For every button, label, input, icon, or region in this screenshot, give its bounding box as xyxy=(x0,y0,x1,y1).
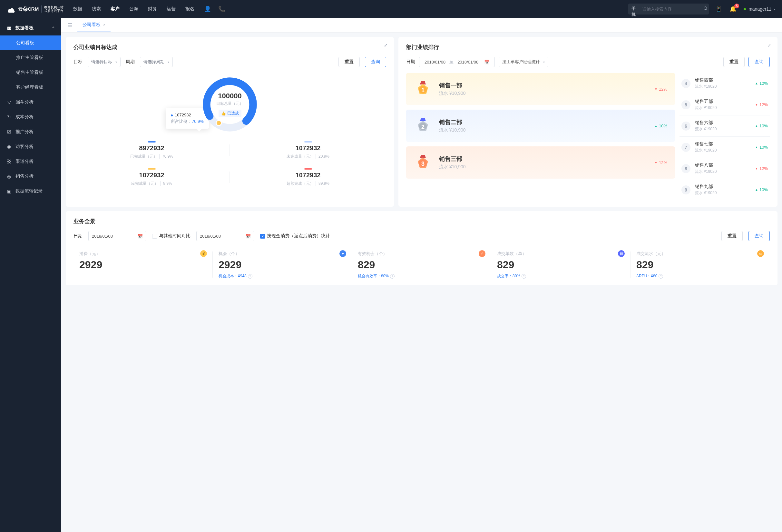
notification-badge: 5 xyxy=(734,4,739,8)
rank-amount: 流水 ¥19020 xyxy=(695,127,750,132)
sidebar-item-sales2[interactable]: ◎销售分析 xyxy=(0,169,61,184)
achieved-badge: 👍已达成 xyxy=(218,110,242,117)
sidebar-item-promo2[interactable]: ☑推广分析 xyxy=(0,125,61,139)
menu-leads[interactable]: 线索 xyxy=(92,6,101,12)
sidebar-toggle-icon[interactable]: ☰ xyxy=(66,20,74,30)
cash-stat-checkbox[interactable]: ✓按现金消费（返点后消费）统计 xyxy=(260,233,330,239)
date-input-1[interactable]: 2018/01/08📅 xyxy=(88,231,146,241)
menu-signup[interactable]: 报名 xyxy=(185,6,194,12)
date-input-2[interactable]: 2018/01/08📅 xyxy=(196,231,254,241)
expand-icon[interactable]: ⤢ xyxy=(384,43,387,48)
select-period[interactable]: 请选择周期▾ xyxy=(140,57,173,67)
user-menu[interactable]: manager11 ▾ xyxy=(744,6,776,11)
arrow-up-icon: ▲ xyxy=(755,188,758,191)
sidebar-item-company[interactable]: 公司看板 xyxy=(0,35,61,50)
menu-data[interactable]: 数据 xyxy=(73,6,82,12)
funnel-icon: ▽ xyxy=(6,100,11,105)
rank-name: 销售六部 xyxy=(695,120,750,126)
top-navbar: 云朵CRM 教育机构一站式服务云平台 数据 线索 客户 公海 财务 运营 报名 … xyxy=(0,0,782,18)
compare-checkbox[interactable]: 与其他时间对比 xyxy=(152,233,190,239)
sidebar-item-flow[interactable]: ▣数据流转记录 xyxy=(0,184,61,199)
channel-icon: ⛓ xyxy=(6,159,11,164)
query-button[interactable]: 查询 xyxy=(748,57,770,67)
money-bag-icon: 💰 xyxy=(200,250,207,257)
card-title: 业务全景 xyxy=(73,218,770,225)
select-goal[interactable]: 请选择目标▾ xyxy=(88,57,120,67)
medal-silver-icon: 2 xyxy=(414,117,432,135)
search-button[interactable] xyxy=(700,6,711,12)
cost-icon: ↻ xyxy=(6,114,11,119)
shield-icon: ✓ xyxy=(479,250,486,257)
reset-button[interactable]: 重置 xyxy=(723,57,745,67)
phone-icon[interactable]: 📞 xyxy=(218,5,225,12)
search-input[interactable] xyxy=(639,7,700,11)
sidebar-item-manager[interactable]: 客户经理看板 xyxy=(0,80,61,95)
search-type-select[interactable]: 手机号码 ▾ xyxy=(628,6,639,12)
notifications-icon[interactable]: 🔔5 xyxy=(730,5,737,12)
sidebar-item-visitor[interactable]: ◉访客分析 xyxy=(0,139,61,154)
sidebar-group-dashboard[interactable]: ▦ 数据看板 ⌃ xyxy=(0,21,61,35)
expand-icon[interactable]: ⤢ xyxy=(768,43,771,48)
user-name: manager11 xyxy=(748,6,771,11)
sidebar: ▦ 数据看板 ⌃ 公司看板 推广主管看板 销售主管看板 客户经理看板 ▽漏斗分析… xyxy=(0,18,61,532)
logo-subtitle: 教育机构一站式服务云平台 xyxy=(41,5,64,12)
reset-button[interactable]: 重置 xyxy=(339,57,360,67)
trend-down: ▼12% xyxy=(654,87,667,92)
help-icon[interactable]: ? xyxy=(522,274,526,279)
rank-name: 销售八部 xyxy=(695,163,750,168)
help-icon[interactable]: ? xyxy=(248,274,252,279)
rank-number: 9 xyxy=(681,185,690,194)
tab-label: 公司看板 xyxy=(82,22,101,28)
person-icon[interactable]: 👤 xyxy=(204,5,211,12)
help-icon[interactable]: ? xyxy=(390,274,395,279)
overview-filters: 日期 2018/01/08📅 与其他时间对比 2018/01/08📅 ✓按现金消… xyxy=(73,231,770,241)
top-menu: 数据 线索 客户 公海 财务 运营 报名 xyxy=(73,6,194,12)
checkbox-checked-icon: ✓ xyxy=(260,234,265,239)
filter-goal-label: 目标 xyxy=(73,59,82,65)
rank-number: 5 xyxy=(681,100,690,109)
trend-up: ▲10% xyxy=(755,187,768,192)
sidebar-item-funnel[interactable]: ▽漏斗分析 xyxy=(0,95,61,110)
rank-amount: 流水 ¥19020 xyxy=(695,190,750,196)
chevron-up-icon: ⌃ xyxy=(52,26,55,30)
arrow-up-icon: ▲ xyxy=(755,124,758,128)
dot-icon xyxy=(171,114,173,116)
dashboard-icon: ▦ xyxy=(6,26,11,31)
sidebar-item-promo[interactable]: 推广主管看板 xyxy=(0,50,61,65)
rank-name: 销售四部 xyxy=(695,77,750,83)
podium-list: 1 销售一部流水 ¥10,900 ▼12% 2 销售二部流水 ¥10 xyxy=(406,73,675,200)
query-button[interactable]: 查询 xyxy=(748,231,770,241)
search-icon xyxy=(703,6,708,11)
sidebar-item-channel[interactable]: ⛓渠道分析 xyxy=(0,154,61,169)
reset-button[interactable]: 重置 xyxy=(721,231,743,241)
target-stats: 8972932 已完成量（元）70.9% 1072932 未完成量（元）20.9… xyxy=(73,141,386,186)
rank-number: 4 xyxy=(681,79,690,88)
rank-name: 销售九部 xyxy=(695,184,750,189)
trend-up: ▲10% xyxy=(654,123,667,128)
tab-company-board[interactable]: 公司看板 × xyxy=(77,18,111,32)
chevron-down-icon: ▾ xyxy=(168,60,169,64)
sidebar-item-cost[interactable]: ↻成本分析 xyxy=(0,110,61,125)
close-icon[interactable]: × xyxy=(103,23,105,27)
podium-rank-3: 3 销售三部流水 ¥10,900 ▼12% xyxy=(406,146,675,179)
sidebar-item-sales[interactable]: 销售主管看板 xyxy=(0,65,61,80)
logo[interactable]: 云朵CRM 教育机构一站式服务云平台 xyxy=(6,4,64,14)
device-icon[interactable]: 📱 xyxy=(715,5,722,12)
calendar-icon: 📅 xyxy=(138,234,143,239)
query-button[interactable]: 查询 xyxy=(365,57,386,67)
help-icon[interactable]: ? xyxy=(659,274,663,279)
menu-sea[interactable]: 公海 xyxy=(129,6,138,12)
arrow-up-icon: ▲ xyxy=(755,145,758,149)
menu-customer[interactable]: 客户 xyxy=(111,6,119,12)
menu-finance[interactable]: 财务 xyxy=(148,6,157,12)
target-filters: 目标 请选择目标▾ 周期 请选择周期▾ 重置 查询 xyxy=(73,57,386,67)
chevron-down-icon: ▾ xyxy=(774,7,776,11)
rank-amount: 流水 ¥19020 xyxy=(695,84,750,89)
trend-up: ▲10% xyxy=(755,81,768,86)
metric-valid-opp: 有效机会（个）✓ 829 机会有效率：80%? xyxy=(352,250,491,279)
document-icon: ▤ xyxy=(618,250,625,257)
trend-down: ▼12% xyxy=(755,102,768,107)
select-grouping[interactable]: 按工单客户经理统计▾ xyxy=(499,57,548,67)
date-range-picker[interactable]: 2018/01/08至2018/01/08 📅 xyxy=(419,57,495,67)
menu-ops[interactable]: 运营 xyxy=(167,6,176,12)
